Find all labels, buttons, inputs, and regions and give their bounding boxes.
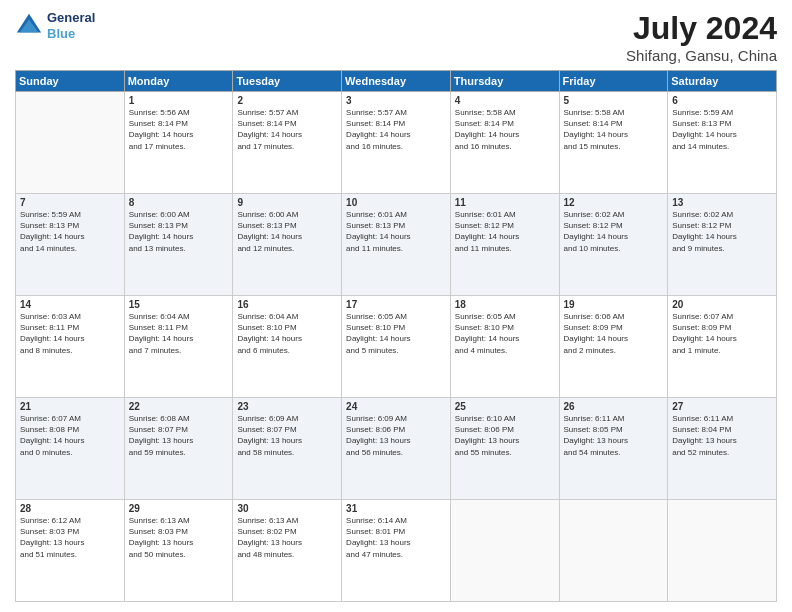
table-row: 29Sunrise: 6:13 AM Sunset: 8:03 PM Dayli… <box>124 500 233 602</box>
table-row: 19Sunrise: 6:06 AM Sunset: 8:09 PM Dayli… <box>559 296 668 398</box>
logo: General Blue <box>15 10 95 41</box>
day-number: 9 <box>237 197 337 208</box>
table-row: 14Sunrise: 6:03 AM Sunset: 8:11 PM Dayli… <box>16 296 125 398</box>
table-row: 9Sunrise: 6:00 AM Sunset: 8:13 PM Daylig… <box>233 194 342 296</box>
day-number: 8 <box>129 197 229 208</box>
day-number: 7 <box>20 197 120 208</box>
col-wednesday: Wednesday <box>342 71 451 92</box>
table-row: 1Sunrise: 5:56 AM Sunset: 8:14 PM Daylig… <box>124 92 233 194</box>
day-info: Sunrise: 6:07 AM Sunset: 8:08 PM Dayligh… <box>20 413 120 458</box>
day-number: 6 <box>672 95 772 106</box>
calendar-week-row: 1Sunrise: 5:56 AM Sunset: 8:14 PM Daylig… <box>16 92 777 194</box>
day-info: Sunrise: 6:02 AM Sunset: 8:12 PM Dayligh… <box>672 209 772 254</box>
col-thursday: Thursday <box>450 71 559 92</box>
day-number: 10 <box>346 197 446 208</box>
day-info: Sunrise: 6:06 AM Sunset: 8:09 PM Dayligh… <box>564 311 664 356</box>
day-number: 24 <box>346 401 446 412</box>
table-row <box>559 500 668 602</box>
calendar: Sunday Monday Tuesday Wednesday Thursday… <box>15 70 777 602</box>
day-info: Sunrise: 6:09 AM Sunset: 8:07 PM Dayligh… <box>237 413 337 458</box>
day-info: Sunrise: 6:11 AM Sunset: 8:04 PM Dayligh… <box>672 413 772 458</box>
day-number: 23 <box>237 401 337 412</box>
calendar-header-row: Sunday Monday Tuesday Wednesday Thursday… <box>16 71 777 92</box>
day-info: Sunrise: 6:04 AM Sunset: 8:10 PM Dayligh… <box>237 311 337 356</box>
day-number: 19 <box>564 299 664 310</box>
table-row: 27Sunrise: 6:11 AM Sunset: 8:04 PM Dayli… <box>668 398 777 500</box>
day-info: Sunrise: 6:05 AM Sunset: 8:10 PM Dayligh… <box>346 311 446 356</box>
table-row: 23Sunrise: 6:09 AM Sunset: 8:07 PM Dayli… <box>233 398 342 500</box>
day-number: 21 <box>20 401 120 412</box>
day-info: Sunrise: 6:03 AM Sunset: 8:11 PM Dayligh… <box>20 311 120 356</box>
day-info: Sunrise: 6:13 AM Sunset: 8:03 PM Dayligh… <box>129 515 229 560</box>
day-info: Sunrise: 6:07 AM Sunset: 8:09 PM Dayligh… <box>672 311 772 356</box>
table-row: 8Sunrise: 6:00 AM Sunset: 8:13 PM Daylig… <box>124 194 233 296</box>
day-info: Sunrise: 6:05 AM Sunset: 8:10 PM Dayligh… <box>455 311 555 356</box>
day-number: 20 <box>672 299 772 310</box>
table-row <box>16 92 125 194</box>
day-info: Sunrise: 5:58 AM Sunset: 8:14 PM Dayligh… <box>564 107 664 152</box>
day-number: 16 <box>237 299 337 310</box>
col-tuesday: Tuesday <box>233 71 342 92</box>
day-info: Sunrise: 6:00 AM Sunset: 8:13 PM Dayligh… <box>129 209 229 254</box>
table-row: 28Sunrise: 6:12 AM Sunset: 8:03 PM Dayli… <box>16 500 125 602</box>
day-number: 25 <box>455 401 555 412</box>
day-info: Sunrise: 6:00 AM Sunset: 8:13 PM Dayligh… <box>237 209 337 254</box>
table-row: 4Sunrise: 5:58 AM Sunset: 8:14 PM Daylig… <box>450 92 559 194</box>
day-info: Sunrise: 6:11 AM Sunset: 8:05 PM Dayligh… <box>564 413 664 458</box>
day-info: Sunrise: 6:01 AM Sunset: 8:13 PM Dayligh… <box>346 209 446 254</box>
day-number: 14 <box>20 299 120 310</box>
table-row <box>668 500 777 602</box>
day-number: 18 <box>455 299 555 310</box>
day-number: 11 <box>455 197 555 208</box>
day-number: 12 <box>564 197 664 208</box>
day-info: Sunrise: 6:10 AM Sunset: 8:06 PM Dayligh… <box>455 413 555 458</box>
table-row: 25Sunrise: 6:10 AM Sunset: 8:06 PM Dayli… <box>450 398 559 500</box>
table-row: 22Sunrise: 6:08 AM Sunset: 8:07 PM Dayli… <box>124 398 233 500</box>
day-number: 3 <box>346 95 446 106</box>
sub-title: Shifang, Gansu, China <box>626 47 777 64</box>
table-row: 17Sunrise: 6:05 AM Sunset: 8:10 PM Dayli… <box>342 296 451 398</box>
day-info: Sunrise: 6:09 AM Sunset: 8:06 PM Dayligh… <box>346 413 446 458</box>
day-number: 22 <box>129 401 229 412</box>
table-row: 21Sunrise: 6:07 AM Sunset: 8:08 PM Dayli… <box>16 398 125 500</box>
table-row: 10Sunrise: 6:01 AM Sunset: 8:13 PM Dayli… <box>342 194 451 296</box>
page: General Blue July 2024 Shifang, Gansu, C… <box>0 0 792 612</box>
calendar-week-row: 28Sunrise: 6:12 AM Sunset: 8:03 PM Dayli… <box>16 500 777 602</box>
table-row: 3Sunrise: 5:57 AM Sunset: 8:14 PM Daylig… <box>342 92 451 194</box>
day-info: Sunrise: 6:08 AM Sunset: 8:07 PM Dayligh… <box>129 413 229 458</box>
day-number: 29 <box>129 503 229 514</box>
col-monday: Monday <box>124 71 233 92</box>
day-info: Sunrise: 5:57 AM Sunset: 8:14 PM Dayligh… <box>346 107 446 152</box>
table-row <box>450 500 559 602</box>
table-row: 12Sunrise: 6:02 AM Sunset: 8:12 PM Dayli… <box>559 194 668 296</box>
calendar-week-row: 14Sunrise: 6:03 AM Sunset: 8:11 PM Dayli… <box>16 296 777 398</box>
table-row: 24Sunrise: 6:09 AM Sunset: 8:06 PM Dayli… <box>342 398 451 500</box>
calendar-week-row: 21Sunrise: 6:07 AM Sunset: 8:08 PM Dayli… <box>16 398 777 500</box>
day-number: 2 <box>237 95 337 106</box>
table-row: 7Sunrise: 5:59 AM Sunset: 8:13 PM Daylig… <box>16 194 125 296</box>
day-info: Sunrise: 5:59 AM Sunset: 8:13 PM Dayligh… <box>20 209 120 254</box>
table-row: 5Sunrise: 5:58 AM Sunset: 8:14 PM Daylig… <box>559 92 668 194</box>
table-row: 31Sunrise: 6:14 AM Sunset: 8:01 PM Dayli… <box>342 500 451 602</box>
day-info: Sunrise: 6:01 AM Sunset: 8:12 PM Dayligh… <box>455 209 555 254</box>
logo-icon <box>15 12 43 40</box>
table-row: 18Sunrise: 6:05 AM Sunset: 8:10 PM Dayli… <box>450 296 559 398</box>
col-friday: Friday <box>559 71 668 92</box>
calendar-week-row: 7Sunrise: 5:59 AM Sunset: 8:13 PM Daylig… <box>16 194 777 296</box>
day-number: 31 <box>346 503 446 514</box>
day-info: Sunrise: 6:04 AM Sunset: 8:11 PM Dayligh… <box>129 311 229 356</box>
day-number: 4 <box>455 95 555 106</box>
title-block: July 2024 Shifang, Gansu, China <box>626 10 777 64</box>
day-info: Sunrise: 6:13 AM Sunset: 8:02 PM Dayligh… <box>237 515 337 560</box>
header: General Blue July 2024 Shifang, Gansu, C… <box>15 10 777 64</box>
table-row: 30Sunrise: 6:13 AM Sunset: 8:02 PM Dayli… <box>233 500 342 602</box>
table-row: 16Sunrise: 6:04 AM Sunset: 8:10 PM Dayli… <box>233 296 342 398</box>
day-info: Sunrise: 5:57 AM Sunset: 8:14 PM Dayligh… <box>237 107 337 152</box>
day-info: Sunrise: 5:59 AM Sunset: 8:13 PM Dayligh… <box>672 107 772 152</box>
table-row: 15Sunrise: 6:04 AM Sunset: 8:11 PM Dayli… <box>124 296 233 398</box>
day-number: 15 <box>129 299 229 310</box>
day-number: 17 <box>346 299 446 310</box>
day-info: Sunrise: 5:56 AM Sunset: 8:14 PM Dayligh… <box>129 107 229 152</box>
table-row: 20Sunrise: 6:07 AM Sunset: 8:09 PM Dayli… <box>668 296 777 398</box>
day-number: 1 <box>129 95 229 106</box>
